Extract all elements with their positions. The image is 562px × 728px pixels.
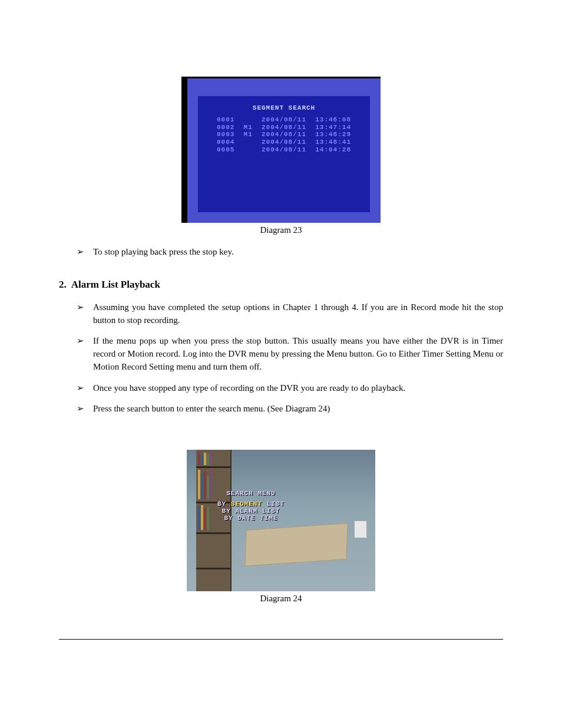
osd-line: BY SEGMENT LIST (217, 500, 285, 508)
section-heading: 2.Alarm List Playback (59, 279, 503, 291)
search-menu-screen: SEARCH MENU BY SEGMENT LISTBY ALARM LIST… (187, 450, 375, 591)
arrow-icon: ➢ (77, 335, 93, 346)
bullet-text: To stop playing back press the stop key. (93, 246, 503, 259)
segment-search-screen: SEGMENT SEARCH 0001 2004/08/11 13:46:080… (181, 77, 381, 223)
arrow-icon: ➢ (77, 246, 93, 257)
section-title: Alarm List Playback (71, 279, 160, 290)
bullet-text: Assuming you have completed the setup op… (93, 301, 503, 327)
footer-rule (59, 639, 503, 640)
diagram-24-caption: Diagram 24 (187, 594, 375, 604)
bullet-row: ➢Press the search button to enter the se… (77, 403, 503, 416)
diagram-24-wrap: SEARCH MENU BY SEGMENT LISTBY ALARM LIST… (59, 426, 503, 604)
diagram-23-caption: Diagram 23 (181, 225, 381, 235)
bullet-row: ➢Assuming you have completed the setup o… (77, 301, 503, 327)
bullet-row: ➢Once you have stopped any type of recor… (77, 382, 503, 395)
segment-row: 0004 2004/08/11 13:48:41 (206, 139, 362, 146)
diagram-23-wrap: SEGMENT SEARCH 0001 2004/08/11 13:46:080… (59, 77, 503, 235)
segment-row: 0001 2004/08/11 13:46:08 (206, 116, 362, 124)
segment-search-title: SEGMENT SEARCH (206, 104, 362, 111)
bullet-text: Press the search button to enter the sea… (93, 403, 503, 416)
segment-row: 0003 M1 2004/08/11 13:48:29 (206, 131, 362, 139)
search-menu-title: SEARCH MENU (217, 490, 285, 497)
bullets-section: ➢Assuming you have completed the setup o… (77, 301, 503, 416)
arrow-icon: ➢ (77, 301, 93, 312)
osd-line: BY DATE TIME (217, 515, 285, 522)
bullet-row: ➢If the menu pops up when you press the … (77, 335, 503, 373)
section-number: 2. (59, 279, 67, 290)
segment-row: 0002 M1 2004/08/11 13:47:14 (206, 124, 362, 131)
osd-line: BY ALARM LIST (217, 508, 285, 515)
bullet-text: Once you have stopped any type of record… (93, 382, 503, 395)
arrow-icon: ➢ (77, 403, 93, 414)
bullets-top: ➢To stop playing back press the stop key… (77, 246, 503, 259)
bullet-row: ➢To stop playing back press the stop key… (77, 246, 503, 259)
arrow-icon: ➢ (77, 382, 93, 393)
segment-row: 0005 2004/08/11 14:04:28 (206, 146, 362, 154)
bullet-text: If the menu pops up when you press the s… (93, 335, 503, 373)
